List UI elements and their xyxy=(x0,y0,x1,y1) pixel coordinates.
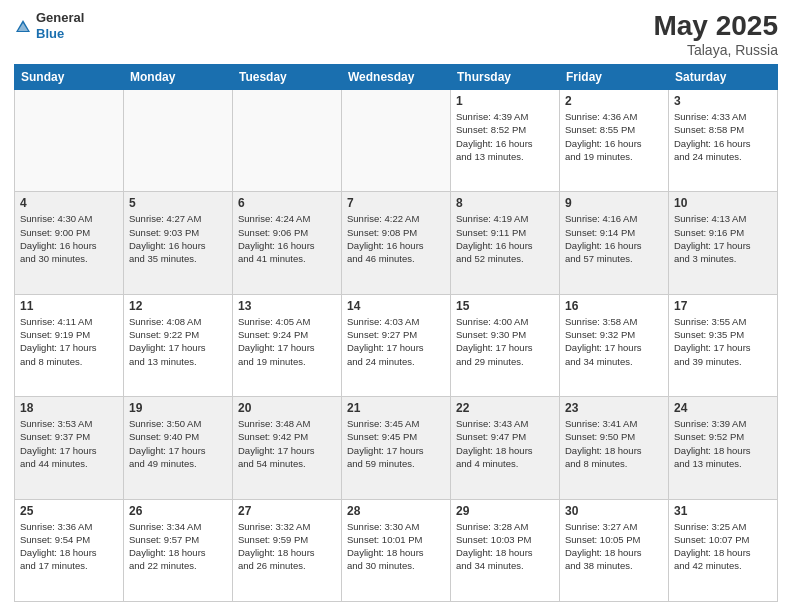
day-number: 1 xyxy=(456,94,554,108)
day-number: 19 xyxy=(129,401,227,415)
title-block: May 2025 Talaya, Russia xyxy=(653,10,778,58)
calendar-cell: 26Sunrise: 3:34 AM Sunset: 9:57 PM Dayli… xyxy=(124,499,233,601)
day-number: 29 xyxy=(456,504,554,518)
day-number: 20 xyxy=(238,401,336,415)
header: General Blue May 2025 Talaya, Russia xyxy=(14,10,778,58)
calendar-table: SundayMondayTuesdayWednesdayThursdayFrid… xyxy=(14,64,778,602)
calendar-cell: 4Sunrise: 4:30 AM Sunset: 9:00 PM Daylig… xyxy=(15,192,124,294)
page: General Blue May 2025 Talaya, Russia Sun… xyxy=(0,0,792,612)
day-info: Sunrise: 3:43 AM Sunset: 9:47 PM Dayligh… xyxy=(456,417,554,470)
day-info: Sunrise: 4:00 AM Sunset: 9:30 PM Dayligh… xyxy=(456,315,554,368)
day-info: Sunrise: 4:39 AM Sunset: 8:52 PM Dayligh… xyxy=(456,110,554,163)
day-info: Sunrise: 3:50 AM Sunset: 9:40 PM Dayligh… xyxy=(129,417,227,470)
calendar-cell: 27Sunrise: 3:32 AM Sunset: 9:59 PM Dayli… xyxy=(233,499,342,601)
day-info: Sunrise: 3:41 AM Sunset: 9:50 PM Dayligh… xyxy=(565,417,663,470)
weekday-header-row: SundayMondayTuesdayWednesdayThursdayFrid… xyxy=(15,65,778,90)
calendar-cell: 13Sunrise: 4:05 AM Sunset: 9:24 PM Dayli… xyxy=(233,294,342,396)
day-number: 24 xyxy=(674,401,772,415)
logo-blue: Blue xyxy=(36,26,84,42)
calendar-cell: 20Sunrise: 3:48 AM Sunset: 9:42 PM Dayli… xyxy=(233,397,342,499)
logo-icon xyxy=(14,18,32,36)
day-number: 16 xyxy=(565,299,663,313)
calendar-cell: 7Sunrise: 4:22 AM Sunset: 9:08 PM Daylig… xyxy=(342,192,451,294)
day-number: 22 xyxy=(456,401,554,415)
calendar-cell: 12Sunrise: 4:08 AM Sunset: 9:22 PM Dayli… xyxy=(124,294,233,396)
calendar-cell: 24Sunrise: 3:39 AM Sunset: 9:52 PM Dayli… xyxy=(669,397,778,499)
calendar-cell: 14Sunrise: 4:03 AM Sunset: 9:27 PM Dayli… xyxy=(342,294,451,396)
day-number: 8 xyxy=(456,196,554,210)
calendar-cell: 17Sunrise: 3:55 AM Sunset: 9:35 PM Dayli… xyxy=(669,294,778,396)
day-number: 7 xyxy=(347,196,445,210)
day-info: Sunrise: 3:36 AM Sunset: 9:54 PM Dayligh… xyxy=(20,520,118,573)
calendar-cell: 8Sunrise: 4:19 AM Sunset: 9:11 PM Daylig… xyxy=(451,192,560,294)
calendar-cell: 1Sunrise: 4:39 AM Sunset: 8:52 PM Daylig… xyxy=(451,90,560,192)
day-number: 27 xyxy=(238,504,336,518)
calendar-cell: 19Sunrise: 3:50 AM Sunset: 9:40 PM Dayli… xyxy=(124,397,233,499)
day-info: Sunrise: 3:53 AM Sunset: 9:37 PM Dayligh… xyxy=(20,417,118,470)
calendar-cell xyxy=(342,90,451,192)
calendar-week-row: 25Sunrise: 3:36 AM Sunset: 9:54 PM Dayli… xyxy=(15,499,778,601)
calendar-cell: 18Sunrise: 3:53 AM Sunset: 9:37 PM Dayli… xyxy=(15,397,124,499)
day-info: Sunrise: 4:30 AM Sunset: 9:00 PM Dayligh… xyxy=(20,212,118,265)
weekday-header: Saturday xyxy=(669,65,778,90)
day-info: Sunrise: 3:45 AM Sunset: 9:45 PM Dayligh… xyxy=(347,417,445,470)
day-number: 12 xyxy=(129,299,227,313)
day-info: Sunrise: 3:28 AM Sunset: 10:03 PM Daylig… xyxy=(456,520,554,573)
calendar-cell: 10Sunrise: 4:13 AM Sunset: 9:16 PM Dayli… xyxy=(669,192,778,294)
calendar-cell: 2Sunrise: 4:36 AM Sunset: 8:55 PM Daylig… xyxy=(560,90,669,192)
calendar-cell xyxy=(233,90,342,192)
day-number: 17 xyxy=(674,299,772,313)
day-number: 2 xyxy=(565,94,663,108)
day-info: Sunrise: 3:32 AM Sunset: 9:59 PM Dayligh… xyxy=(238,520,336,573)
day-info: Sunrise: 3:48 AM Sunset: 9:42 PM Dayligh… xyxy=(238,417,336,470)
day-number: 9 xyxy=(565,196,663,210)
day-info: Sunrise: 4:05 AM Sunset: 9:24 PM Dayligh… xyxy=(238,315,336,368)
calendar-cell: 3Sunrise: 4:33 AM Sunset: 8:58 PM Daylig… xyxy=(669,90,778,192)
day-info: Sunrise: 4:08 AM Sunset: 9:22 PM Dayligh… xyxy=(129,315,227,368)
day-info: Sunrise: 4:24 AM Sunset: 9:06 PM Dayligh… xyxy=(238,212,336,265)
day-info: Sunrise: 3:58 AM Sunset: 9:32 PM Dayligh… xyxy=(565,315,663,368)
day-number: 31 xyxy=(674,504,772,518)
day-number: 28 xyxy=(347,504,445,518)
weekday-header: Monday xyxy=(124,65,233,90)
weekday-header: Thursday xyxy=(451,65,560,90)
weekday-header: Tuesday xyxy=(233,65,342,90)
calendar-cell xyxy=(124,90,233,192)
day-info: Sunrise: 3:34 AM Sunset: 9:57 PM Dayligh… xyxy=(129,520,227,573)
day-number: 5 xyxy=(129,196,227,210)
day-number: 23 xyxy=(565,401,663,415)
day-info: Sunrise: 4:22 AM Sunset: 9:08 PM Dayligh… xyxy=(347,212,445,265)
day-info: Sunrise: 3:27 AM Sunset: 10:05 PM Daylig… xyxy=(565,520,663,573)
calendar-cell: 31Sunrise: 3:25 AM Sunset: 10:07 PM Dayl… xyxy=(669,499,778,601)
day-info: Sunrise: 4:11 AM Sunset: 9:19 PM Dayligh… xyxy=(20,315,118,368)
calendar-cell: 22Sunrise: 3:43 AM Sunset: 9:47 PM Dayli… xyxy=(451,397,560,499)
calendar-week-row: 18Sunrise: 3:53 AM Sunset: 9:37 PM Dayli… xyxy=(15,397,778,499)
day-info: Sunrise: 4:19 AM Sunset: 9:11 PM Dayligh… xyxy=(456,212,554,265)
calendar-cell: 6Sunrise: 4:24 AM Sunset: 9:06 PM Daylig… xyxy=(233,192,342,294)
weekday-header: Sunday xyxy=(15,65,124,90)
day-number: 21 xyxy=(347,401,445,415)
logo: General Blue xyxy=(14,10,84,41)
title-location: Talaya, Russia xyxy=(653,42,778,58)
day-number: 11 xyxy=(20,299,118,313)
day-info: Sunrise: 3:55 AM Sunset: 9:35 PM Dayligh… xyxy=(674,315,772,368)
day-info: Sunrise: 4:36 AM Sunset: 8:55 PM Dayligh… xyxy=(565,110,663,163)
calendar-cell: 23Sunrise: 3:41 AM Sunset: 9:50 PM Dayli… xyxy=(560,397,669,499)
day-number: 25 xyxy=(20,504,118,518)
day-number: 30 xyxy=(565,504,663,518)
day-number: 14 xyxy=(347,299,445,313)
calendar-week-row: 11Sunrise: 4:11 AM Sunset: 9:19 PM Dayli… xyxy=(15,294,778,396)
calendar-cell: 29Sunrise: 3:28 AM Sunset: 10:03 PM Dayl… xyxy=(451,499,560,601)
calendar-week-row: 4Sunrise: 4:30 AM Sunset: 9:00 PM Daylig… xyxy=(15,192,778,294)
day-number: 4 xyxy=(20,196,118,210)
calendar-cell: 25Sunrise: 3:36 AM Sunset: 9:54 PM Dayli… xyxy=(15,499,124,601)
weekday-header: Friday xyxy=(560,65,669,90)
day-number: 10 xyxy=(674,196,772,210)
day-info: Sunrise: 3:30 AM Sunset: 10:01 PM Daylig… xyxy=(347,520,445,573)
calendar-cell: 21Sunrise: 3:45 AM Sunset: 9:45 PM Dayli… xyxy=(342,397,451,499)
day-number: 15 xyxy=(456,299,554,313)
day-info: Sunrise: 4:27 AM Sunset: 9:03 PM Dayligh… xyxy=(129,212,227,265)
calendar-cell xyxy=(15,90,124,192)
day-info: Sunrise: 3:39 AM Sunset: 9:52 PM Dayligh… xyxy=(674,417,772,470)
calendar-cell: 11Sunrise: 4:11 AM Sunset: 9:19 PM Dayli… xyxy=(15,294,124,396)
